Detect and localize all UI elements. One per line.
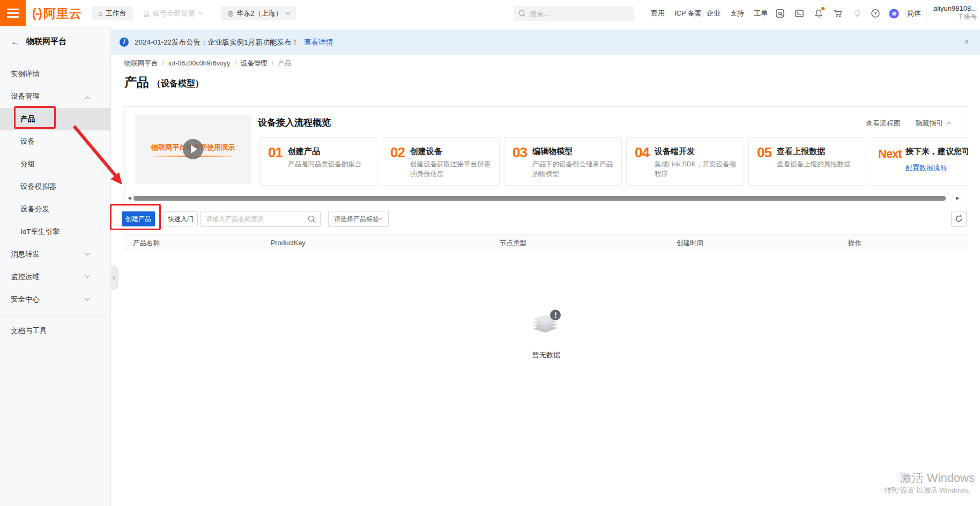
close-icon[interactable]: × (964, 36, 969, 47)
breadcrumb-instance-id[interactable]: iot-06z00c0h9r6voyy (168, 60, 230, 67)
cloudshell-terminal-icon[interactable] (795, 9, 804, 18)
page-subtitle: （设备模型） (152, 79, 204, 88)
empty-state: 暂无数据 (124, 309, 968, 360)
nav-support[interactable]: 支持 (730, 0, 744, 26)
chevron-up-icon (85, 97, 90, 101)
notification-badge (821, 7, 825, 10)
region-selector[interactable]: ◎ 华东2（上海） (221, 6, 296, 20)
sidebar-header: ← 物联网平台 (0, 26, 110, 57)
breadcrumb-device-management[interactable]: 设备管理 (241, 60, 268, 67)
step-card-view-reported-data: 05 查看上报数据 查看设备上报的属性数据 (748, 137, 866, 186)
workbench-button[interactable]: ⌂ 工作台 (92, 6, 133, 20)
step-card-create-device: 02 创建设备 创建设备获取连接平台所需的身份信息 (382, 137, 500, 186)
guide-bulb-icon[interactable] (852, 9, 862, 18)
refresh-button[interactable] (951, 211, 967, 227)
chevron-down-icon (85, 274, 90, 278)
announcement-banner: i 2024-01-22发布公告：企业版实例1月新功能发布！ 查看详情 × (111, 30, 980, 55)
nav-enterprise[interactable]: 企业 (707, 0, 721, 26)
account-resources-dropdown[interactable]: ▤ 账号全部资源 (143, 6, 202, 20)
sidebar-item-docs-tools[interactable]: 文档与工具 (0, 320, 110, 342)
global-search-input[interactable] (530, 10, 626, 18)
home-icon: ⌂ (98, 9, 102, 17)
hamburger-menu-icon[interactable] (0, 0, 26, 26)
product-search-box (200, 211, 321, 227)
app-center-icon[interactable]: ✳ (889, 9, 899, 18)
col-actions: 操作 (848, 235, 862, 252)
col-product-key: ProductKey (271, 235, 306, 252)
global-search[interactable] (514, 6, 634, 21)
language-switch[interactable]: 简体 (907, 0, 921, 26)
hide-guide-link[interactable]: 隐藏指引 (915, 119, 951, 127)
horizontal-scrollbar[interactable] (133, 196, 946, 201)
announcement-text: 2024-01-22发布公告：企业版实例1月新功能发布！ (135, 38, 299, 47)
search-icon[interactable] (308, 215, 316, 223)
sidebar-item-device-simulator[interactable]: 设备模拟器 (0, 175, 110, 198)
col-product-name: 产品名称 (133, 235, 160, 252)
notifications-bell-icon[interactable] (814, 9, 823, 18)
account-username: aliyun98108... (925, 4, 977, 13)
sidebar-item-security-center[interactable]: 安全中心 (0, 288, 110, 311)
location-icon: ◎ (227, 9, 233, 17)
chevron-down-icon (85, 296, 90, 300)
alibaba-cloud-logo[interactable]: (-)阿里云 (32, 6, 82, 21)
nav-tickets[interactable]: 工单 (754, 0, 768, 26)
no-data-icon (529, 309, 564, 341)
sidebar-item-groups[interactable]: 分组 (0, 153, 110, 175)
col-created-time: 创建时间 (677, 235, 703, 252)
product-search-input[interactable] (201, 211, 302, 226)
sidebar-item-devices[interactable]: 设备 (0, 130, 110, 153)
nav-icp[interactable]: ICP 备案 (674, 0, 702, 26)
configure-data-forwarding-link[interactable]: 配置数据流转 (905, 163, 947, 173)
sidebar-item-message-forwarding[interactable]: 消息转发 (0, 243, 110, 266)
sidebar-item-products[interactable]: 产品 (0, 108, 110, 130)
windows-activation-watermark: 激活 Windows 转到“设置”以激活 Windows。 (884, 471, 975, 496)
empty-state-text: 暂无数据 (124, 350, 968, 360)
logo-text: 阿里云 (43, 6, 82, 20)
sidebar-title: 物联网平台 (26, 36, 66, 47)
search-icon (518, 10, 526, 17)
divider (0, 57, 110, 57)
quick-start-button[interactable]: 快速入门 (164, 211, 198, 226)
divider (86, 5, 86, 21)
breadcrumb-iot-platform[interactable]: 物联网平台 (124, 60, 158, 67)
cart-icon[interactable] (833, 9, 843, 18)
chevron-down-icon (85, 251, 90, 255)
sidebar-collapse-handle[interactable] (111, 266, 118, 290)
back-arrow-icon[interactable]: ← (11, 36, 20, 47)
sidebar: ← 物联网平台 实例详情 设备管理 产品 设备 分组 设备模拟器 设备分发 Io… (0, 26, 111, 506)
breadcrumb-current: 产品 (278, 60, 291, 67)
scroll-right-arrow-icon[interactable]: ▶ (956, 195, 960, 201)
account-menu[interactable]: aliyun98108... 主账号 (925, 4, 977, 21)
chevron-down-icon (285, 10, 289, 14)
sidebar-item-device-management[interactable]: 设备管理 (0, 85, 110, 108)
sidebar-item-monitoring-ops[interactable]: 监控运维 (0, 266, 110, 288)
iot-console-page: (-)阿里云 ⌂ 工作台 ▤ 账号全部资源 ◎ 华东2（上海） 费用 ICP 备… (0, 0, 980, 506)
nav-billing[interactable]: 费用 (651, 0, 665, 26)
view-flowchart-link[interactable]: 查看流程图 (866, 119, 901, 127)
flow-panel-title: 设备接入流程概览 (258, 116, 331, 129)
api-icon[interactable] (775, 9, 785, 18)
help-icon[interactable]: ? (871, 9, 880, 18)
account-type-label: 主账号 (925, 13, 977, 21)
info-icon: i (120, 38, 129, 47)
logo-bracket-mark: (-) (32, 6, 41, 20)
chevron-up-icon (947, 122, 951, 126)
product-tag-select[interactable]: 请选择产品标签 (328, 211, 389, 227)
resources-icon: ▤ (143, 9, 150, 17)
play-icon[interactable] (183, 139, 203, 159)
create-product-button[interactable]: 创建产品 (122, 211, 155, 226)
scroll-left-arrow-icon[interactable]: ◀ (128, 195, 131, 201)
step-card-edit-thing-model: 03 编辑物模型 产品下的设备都会继承产品的物模型 (504, 137, 622, 186)
step-card-device-development: 04 设备端开发 集成Link SDK，开发设备端程序 (626, 137, 744, 186)
divider (0, 315, 110, 316)
sidebar-item-instance-details[interactable]: 实例详情 (0, 63, 110, 85)
step-card-create-product: 01 创建产品 产品是同品类设备的集合 (259, 137, 377, 186)
sidebar-item-iot-twin-engine[interactable]: IoT孪生引擎 (0, 221, 110, 243)
svg-text:✳: ✳ (891, 10, 896, 18)
chevron-down-icon (198, 10, 202, 14)
sidebar-item-device-distribution[interactable]: 设备分发 (0, 198, 110, 221)
col-node-type: 节点类型 (500, 235, 526, 252)
announcement-detail-link[interactable]: 查看详情 (304, 38, 333, 47)
demo-video-thumbnail[interactable]: 物联网平台物模型使用演示 (135, 115, 251, 184)
refresh-icon (955, 215, 963, 223)
